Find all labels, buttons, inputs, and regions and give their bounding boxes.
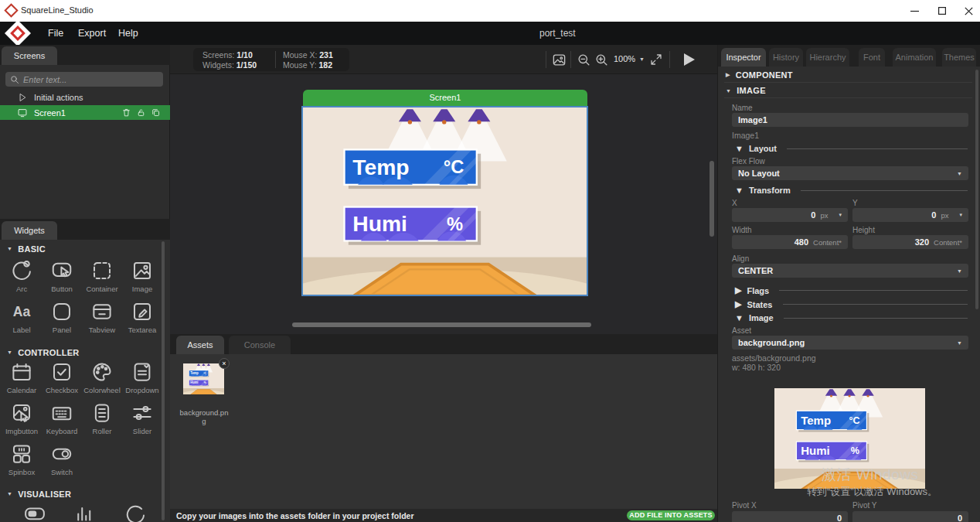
bar-visual-icon[interactable] [23, 503, 46, 522]
widget-textarea[interactable]: Textarea [122, 300, 162, 334]
label-icon: Aa [10, 300, 33, 323]
states-section-header[interactable]: ▶States [735, 299, 968, 309]
slider-icon [131, 401, 154, 425]
duplicate-screen-icon[interactable] [151, 107, 161, 118]
imgbutton-icon [10, 401, 33, 425]
widget-imgbutton[interactable]: Imgbutton [2, 401, 42, 435]
menu-export[interactable]: Export [73, 22, 111, 45]
flex-flow-dropdown[interactable]: No Layout▼ [732, 166, 968, 180]
inspector-scrollbar[interactable] [975, 70, 978, 309]
pivot-x-label: Pivot X [732, 501, 757, 510]
search-icon [10, 75, 19, 84]
collapse-icon: ▼ [735, 313, 744, 322]
widget-button[interactable]: Button [42, 259, 82, 293]
image-subsection-header[interactable]: ▼Image [735, 313, 968, 322]
widget-calendar[interactable]: Calendar [2, 360, 42, 394]
align-dropdown[interactable]: CENTER▼ [732, 264, 968, 278]
screen-list-item[interactable]: Screen1 [0, 105, 170, 120]
asset-dropdown[interactable]: background.png▼ [732, 336, 968, 350]
component-section-header[interactable]: ▶COMPONENT [726, 70, 793, 80]
initial-actions-item[interactable]: Initial actions [0, 90, 170, 104]
tab-hierarchy[interactable]: Hierarchy [806, 48, 849, 67]
widget-slider[interactable]: Slider [122, 401, 162, 435]
menu-help[interactable]: Help [114, 22, 143, 45]
canvas-hscrollbar[interactable] [292, 322, 591, 327]
play-button[interactable] [679, 51, 699, 68]
widget-spinbox[interactable]: Spinbox [2, 442, 42, 476]
tab-animation[interactable]: Animation [893, 48, 936, 67]
pivot-x-input[interactable]: 0 [732, 511, 848, 522]
flags-section-header[interactable]: ▶Flags [735, 285, 968, 295]
widget-switch[interactable]: Switch [42, 442, 82, 476]
window-title: SquareLine_Studio [21, 5, 94, 15]
arc-visual-icon[interactable] [124, 503, 147, 522]
tab-inspector[interactable]: Inspector [721, 48, 766, 67]
widgets-count-label: Widgets: [202, 60, 234, 70]
project-name: port_test [539, 22, 576, 45]
roller-icon [90, 401, 114, 425]
colorwheel-icon [90, 360, 114, 384]
zoom-caret-icon[interactable]: ▼ [639, 56, 645, 62]
play-outline-icon [17, 92, 28, 103]
layout-section-header[interactable]: ▼Layout [735, 144, 968, 153]
widget-panel[interactable]: Panel [42, 300, 82, 334]
y-input[interactable]: 0px▾ [852, 208, 968, 222]
name-input[interactable]: Image1 [732, 113, 968, 127]
pivot-y-input[interactable]: 0 [852, 511, 968, 522]
section-basic[interactable]: ▼BASIC [0, 242, 162, 255]
zoom-level[interactable]: 100% [614, 54, 635, 63]
transform-section-header[interactable]: ▼Transform [735, 186, 968, 195]
widget-checkbox[interactable]: Checkbox [42, 360, 82, 394]
asset-path: assets/background.png [732, 353, 816, 363]
tab-assets[interactable]: Assets [176, 336, 224, 354]
widget-colorwheel[interactable]: Colorwheel [82, 360, 122, 394]
widget-container[interactable]: Container [82, 259, 122, 293]
tab-font[interactable]: Font [859, 48, 885, 67]
dropdown-caret-icon: ▼ [957, 268, 962, 274]
tab-themes[interactable]: Themes [942, 48, 976, 67]
section-controller[interactable]: ▼CONTROLLER [0, 346, 162, 359]
tab-widgets[interactable]: Widgets [2, 221, 57, 240]
widget-label[interactable]: AaLabel [2, 300, 42, 334]
remove-asset-icon[interactable]: × [219, 358, 230, 369]
chart-visual-icon[interactable] [73, 503, 97, 522]
name-hint: Image1 [732, 131, 759, 140]
x-input[interactable]: 0px▾ [732, 208, 848, 222]
textarea-icon [131, 300, 154, 323]
screens-search-input[interactable]: Enter text... [5, 72, 163, 87]
squareline-studio-window: Temp °C Humi % [0, 0, 980, 522]
tab-history[interactable]: History [769, 48, 803, 67]
widgets-panel: ▼BASIC Arc Button Container Image AaLabe… [0, 240, 170, 522]
widget-image[interactable]: Image [122, 259, 162, 293]
close-button[interactable] [951, 0, 980, 22]
tab-console[interactable]: Console [229, 336, 291, 354]
widget-keyboard[interactable]: Keyboard [42, 401, 82, 435]
height-input[interactable]: 320Content* [852, 235, 968, 249]
screen1-header[interactable]: Screen1 [303, 90, 587, 106]
tab-screens[interactable]: Screens [2, 46, 57, 65]
switch-icon [50, 442, 73, 466]
background-image-button[interactable] [550, 51, 567, 68]
x-label: X [732, 199, 737, 207]
widgets-scrollbar[interactable] [162, 241, 165, 520]
section-visualiser[interactable]: ▼VISUALISER [0, 487, 162, 500]
widget-arc[interactable]: Arc [2, 259, 42, 293]
widget-roller[interactable]: Roller [82, 401, 122, 435]
dropdown-caret-icon: ▼ [957, 340, 962, 346]
width-input[interactable]: 480Content* [732, 235, 848, 249]
lock-screen-icon[interactable] [136, 107, 146, 118]
fit-screen-button[interactable] [648, 51, 665, 68]
zoom-out-button[interactable] [575, 51, 592, 68]
widget-dropdown[interactable]: Dropdown [122, 360, 162, 394]
delete-screen-icon[interactable] [121, 107, 131, 118]
zoom-in-button[interactable] [593, 51, 610, 68]
image-section-header[interactable]: ▼IMAGE [726, 86, 766, 95]
button-icon [50, 259, 73, 282]
widget-tabview[interactable]: Tabview [82, 300, 122, 334]
add-file-button[interactable]: ADD FILE INTO ASSETS [627, 510, 715, 520]
menu-file[interactable]: File [43, 22, 68, 45]
screen1-canvas[interactable] [301, 106, 588, 296]
canvas-vscrollbar[interactable] [709, 161, 714, 237]
dropdown-caret-icon: ▼ [957, 171, 962, 176]
asset-thumbnail[interactable]: × background.png [183, 363, 224, 394]
